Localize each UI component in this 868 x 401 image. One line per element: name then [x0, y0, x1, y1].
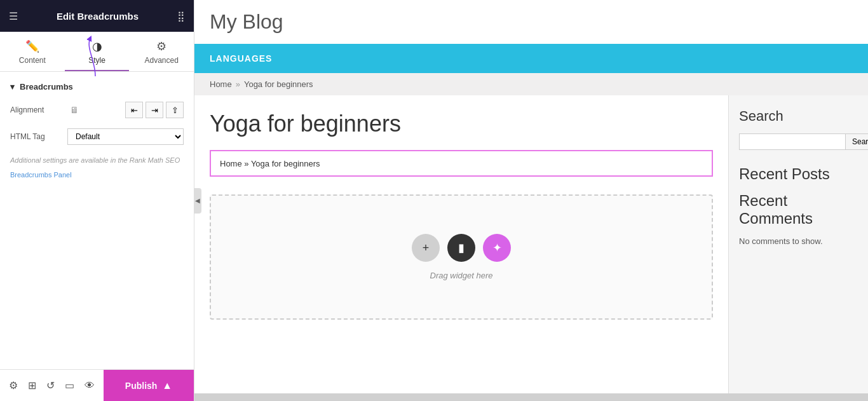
sparkle-widget-button[interactable]: ✦	[483, 234, 511, 262]
history-bottom-icon[interactable]: ↺	[46, 379, 55, 391]
tab-content-label: Content	[19, 56, 46, 65]
tab-advanced-label: Advanced	[144, 56, 178, 65]
html-tag-row: HTML Tag Default	[10, 128, 184, 145]
pencil-icon: ✏️	[25, 39, 39, 53]
left-sidebar: ☰ Edit Breadcrumbs ⣿ ✏️ Content ◑ Style …	[0, 0, 194, 401]
responsive-bottom-icon[interactable]: ▭	[65, 379, 74, 391]
languages-label: LANGUAGES	[210, 53, 272, 64]
tab-style-label: Style	[88, 56, 105, 65]
tab-advanced[interactable]: ⚙ Advanced	[129, 32, 194, 71]
publish-chevron-icon: ▲	[162, 380, 172, 391]
add-widget-button[interactable]: +	[412, 234, 440, 262]
sidebar-collapse-handle[interactable]: ◀	[194, 188, 201, 214]
content-area: Yoga for beginners Home » Yoga for begin…	[194, 95, 868, 393]
hamburger-icon[interactable]: ☰	[9, 10, 18, 22]
sidebar-bottom-bar: ⚙ ⊞ ↺ ▭ 👁 Publish ▲	[0, 369, 194, 401]
eye-bottom-icon[interactable]: 👁	[85, 380, 95, 391]
right-sidebar: Search Search Recent Posts Recent Commen…	[728, 95, 868, 393]
recent-comments-title: Recent Comments	[739, 192, 858, 228]
sparkle-icon: ✦	[492, 241, 502, 255]
article-title: Yoga for beginners	[210, 111, 713, 137]
collapse-icon: ◀	[195, 197, 200, 204]
breadcrumbs-section[interactable]: ▾ Breadcrumbs	[10, 82, 184, 92]
breadcrumb-widget[interactable]: Home » Yoga for beginners	[210, 150, 713, 177]
style-icon: ◑	[92, 39, 102, 53]
align-left-btn[interactable]: ⇤	[125, 102, 143, 118]
html-tag-label: HTML Tag	[10, 132, 67, 141]
breadcrumb-separator: »	[236, 79, 240, 89]
drag-widget-area: + ▮ ✦ Drag widget here	[210, 194, 713, 320]
search-input[interactable]	[739, 133, 846, 150]
breadcrumb-nav: Home » Yoga for beginners	[194, 73, 868, 95]
search-widget-title: Search	[739, 108, 858, 125]
search-box: Search	[739, 133, 858, 150]
article-area: Yoga for beginners Home » Yoga for begin…	[194, 95, 728, 393]
sidebar-tabs: ✏️ Content ◑ Style ⚙ Advanced	[0, 32, 194, 72]
breadcrumb-widget-text: Home » Yoga for beginners	[220, 159, 320, 168]
alignment-row: Alignment 🖥 ⇤ ⇥ ⇧	[10, 102, 184, 118]
search-button[interactable]: Search	[846, 133, 868, 150]
section-collapse-arrow: ▾	[10, 82, 15, 92]
align-center-btn[interactable]: ⇥	[146, 102, 163, 118]
languages-bar[interactable]: LANGUAGES	[194, 44, 868, 73]
layers-bottom-icon[interactable]: ⊞	[28, 379, 36, 391]
monitor-icon: 🖥	[70, 105, 79, 115]
publish-label: Publish	[125, 381, 158, 391]
recent-posts-title: Recent Posts	[739, 165, 858, 183]
bottom-icons: ⚙ ⊞ ↺ ▭ 👁	[0, 379, 104, 391]
info-text: Additional settings are available in the…	[10, 155, 184, 166]
page-main-title: My Blog	[210, 10, 853, 34]
tab-content[interactable]: ✏️ Content	[0, 32, 65, 71]
breadcrumb-home: Home	[210, 79, 232, 89]
no-comments-text: No comments to show.	[739, 236, 858, 246]
alignment-label: Alignment	[10, 105, 67, 114]
sidebar-title: Edit Breadcrumbs	[57, 11, 139, 22]
grid-icon[interactable]: ⣿	[177, 10, 185, 22]
alignment-buttons: ⇤ ⇥ ⇧	[125, 102, 184, 118]
align-right-btn[interactable]: ⇧	[166, 102, 184, 118]
folder-icon: ▮	[458, 241, 465, 255]
html-tag-select[interactable]: Default	[67, 128, 184, 145]
folder-widget-button[interactable]: ▮	[447, 234, 475, 262]
section-title-text: Breadcrumbs	[20, 82, 73, 92]
page-title-bar: My Blog	[194, 0, 868, 44]
settings-bottom-icon[interactable]: ⚙	[9, 379, 18, 391]
main-content: My Blog LANGUAGES Home » Yoga for beginn…	[194, 0, 868, 401]
bottom-scrollbar[interactable]	[194, 393, 868, 401]
drag-text: Drag widget here	[430, 271, 493, 280]
plus-icon: +	[423, 241, 430, 255]
sidebar-header: ☰ Edit Breadcrumbs ⣿	[0, 0, 194, 32]
drag-icon-group: + ▮ ✦	[412, 234, 511, 262]
publish-button[interactable]: Publish ▲	[104, 370, 194, 401]
sidebar-content: ▾ Breadcrumbs Alignment 🖥 ⇤ ⇥ ⇧ HTML Tag…	[0, 72, 194, 369]
breadcrumb-current: Yoga for beginners	[244, 79, 313, 89]
tab-style[interactable]: ◑ Style	[65, 32, 130, 71]
gear-icon: ⚙	[156, 39, 166, 53]
breadcrumbs-panel-link[interactable]: Breadcrumbs Panel	[10, 171, 72, 179]
